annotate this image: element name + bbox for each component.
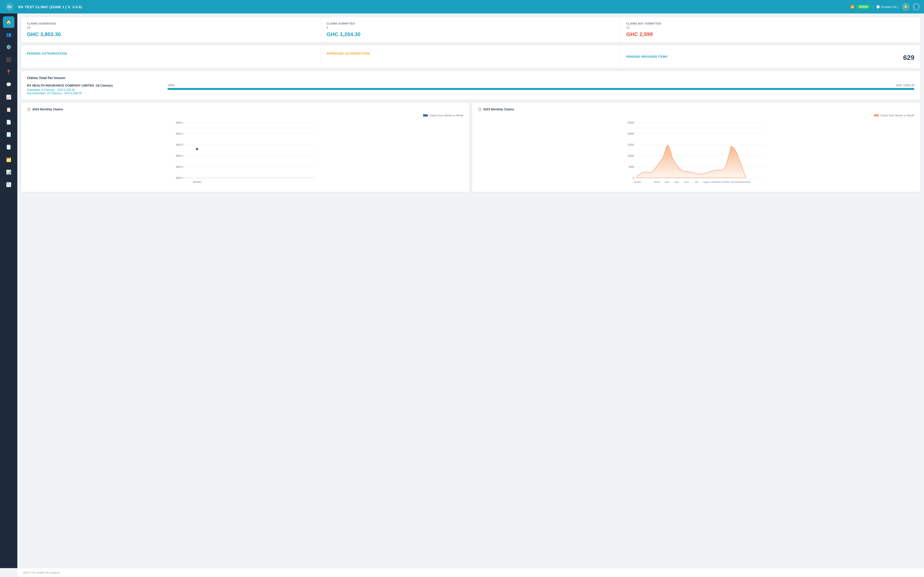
topnav-action-icons: 🔔 👤 <box>902 3 920 11</box>
svg-text:January: January <box>193 181 201 183</box>
svg-text:October: October <box>722 181 730 183</box>
chart-2024-icon: 📋 <box>27 108 31 111</box>
claims-submitted-count: 6 <box>326 26 614 29</box>
svg-text:20000: 20000 <box>627 132 634 135</box>
online-badge: Online <box>857 5 870 9</box>
sidebar-item-grid[interactable]: ⬛ <box>3 54 15 65</box>
insurer-bar-value: GHC 3,803.30 <box>896 84 914 87</box>
insurer-bar-area: 100% GHC 3,803.30 <box>168 84 914 90</box>
auth-cards-row: PENDING AUTHORIZATION APPROVED AUTHORIZA… <box>21 45 920 68</box>
insurer-submitted-text: Submitted: 6 Claim(s) - GHC1,204.30 <box>27 88 162 92</box>
insurer-bar-track <box>168 88 914 90</box>
chart-2023-area <box>637 145 746 178</box>
claims-submitted-card: CLAIMS SUBMITTED 6 GHC 1,204.30 <box>321 17 620 42</box>
insurer-name: RX HEALTH INSURANCE COMPANY LIMITED -16 … <box>27 84 162 87</box>
svg-text:August: August <box>703 181 710 183</box>
claims-not-submitted-card: CLAIMS NOT SUBMITTED 10 GHC 2,599 <box>620 17 920 42</box>
user-profile-button[interactable]: 👤 <box>913 3 920 11</box>
insurer-info: RX HEALTH INSURANCE COMPANY LIMITED -16 … <box>27 84 162 95</box>
footer-text: 2024 © Rx Health Info Systems <box>23 571 60 574</box>
chart-2023-svg: 25000 20000 15000 10000 5000 0 <box>478 119 914 186</box>
pending-provider-label: PENDING PROVIDER ITEMS <box>626 55 668 58</box>
insurer-not-submitted-text: Not Submitted: 10 Claim(s) - GHC2,599.00 <box>27 92 162 95</box>
pending-auth-card[interactable]: PENDING AUTHORIZATION <box>21 45 321 68</box>
chart-2024-svg-container: 3804.5 3804.0 3803.5 3803.0 3802.5 3802.… <box>27 119 464 187</box>
svg-text:September: September <box>711 181 721 183</box>
sidebar-item-vitals[interactable]: 📈 <box>3 91 15 103</box>
claims-not-submitted-count: 10 <box>626 26 914 29</box>
sidebar-item-location[interactable]: 📍 <box>3 66 15 78</box>
chart-2023-legend: Claims Sum Month on Month <box>478 114 914 117</box>
online-label: Online <box>859 5 868 8</box>
pending-provider-value: 629 <box>903 54 914 61</box>
chart-2023-icon: 📋 <box>478 108 482 111</box>
contact-icon: 🕐 <box>876 5 880 9</box>
approved-auth-card[interactable]: APPROVED AUTHORIZATION <box>321 45 620 68</box>
status-area: 📶 Online | 🕐 Contact Us | <box>850 5 898 9</box>
sidebar-item-chart1[interactable]: 📊 <box>3 166 15 178</box>
chart-2023-title: 📋 2023 Monthly Claims <box>478 108 914 111</box>
insurer-row: RX HEALTH INSURANCE COMPANY LIMITED -16 … <box>27 84 914 95</box>
chart-2024-svg: 3804.5 3804.0 3803.5 3803.0 3802.5 3802.… <box>27 119 464 186</box>
stats-cards-row: CLAIMS GENERATED 16 GHC 3,803.30 CLAIMS … <box>21 17 920 42</box>
sidebar-item-doc5[interactable]: 🗂️ <box>3 154 15 165</box>
main-content: CLAIMS GENERATED 16 GHC 3,803.30 CLAIMS … <box>17 13 924 568</box>
claims-generated-value: GHC 3,803.30 <box>27 31 315 37</box>
chart-2023-card: 📋 2023 Monthly Claims Claims Sum Month o… <box>472 103 920 192</box>
svg-text:3804.5: 3804.5 <box>176 121 183 124</box>
svg-text:December: December <box>741 181 751 183</box>
sidebar-item-doc4[interactable]: 📑 <box>3 141 15 153</box>
svg-text:March: March <box>654 181 660 183</box>
sidebar-item-chart2[interactable]: 📉 <box>3 179 15 190</box>
contact-label: Contact Us | <box>881 5 898 9</box>
footer: 2024 © Rx Health Info Systems <box>17 568 924 577</box>
svg-text:3803.0: 3803.0 <box>176 155 183 157</box>
sidebar-item-settings[interactable]: ⚙️ <box>3 41 15 53</box>
sidebar-item-patients[interactable]: 👥 <box>3 29 15 40</box>
insurer-bar-fill <box>168 88 914 90</box>
chart-2023-legend-swatch <box>874 114 879 117</box>
contact-button[interactable]: 🕐 Contact Us | <box>876 5 898 9</box>
svg-text:Rx: Rx <box>8 5 12 9</box>
svg-text:November: November <box>731 181 741 183</box>
claims-generated-label: CLAIMS GENERATED <box>27 22 315 25</box>
sidebar-item-doc1[interactable]: 📋 <box>3 104 15 115</box>
main-layout: 🏠 👥 ⚙️ ⬛ 📍 💬 📈 📋 📄 📃 📑 🗂️ 📊 📉 CLAIMS GEN… <box>0 13 924 568</box>
sidebar-item-doc2[interactable]: 📄 <box>3 116 15 128</box>
svg-text:10000: 10000 <box>627 155 634 157</box>
claims-generated-count: 16 <box>27 26 315 29</box>
svg-text:3803.5: 3803.5 <box>176 143 183 146</box>
chart-2023-svg-container: 25000 20000 15000 10000 5000 0 <box>478 119 914 187</box>
logo: Rx <box>4 1 15 13</box>
pending-provider-card[interactable]: PENDING PROVIDER ITEMS 629 <box>620 45 920 68</box>
svg-text:3804.0: 3804.0 <box>176 132 183 135</box>
svg-text:May: May <box>674 181 679 183</box>
svg-text:3802.0: 3802.0 <box>176 177 183 179</box>
insurer-bar-labels: 100% GHC 3,803.30 <box>168 84 914 87</box>
chart-2023-title-text: 2023 Monthly Claims <box>483 108 514 111</box>
separator: | <box>873 5 874 9</box>
insurer-section-title: Claims Total Per Insurer <box>27 76 914 80</box>
chart-2024-legend-label: Claims Sum Month on Month <box>429 114 464 117</box>
chart-2024-legend: Claims Sum Month on Month <box>27 114 464 117</box>
svg-text:5000: 5000 <box>629 166 634 168</box>
claims-submitted-value: GHC 1,204.30 <box>326 31 614 37</box>
svg-text:June: June <box>684 181 689 183</box>
chart-2024-legend-swatch <box>423 114 428 117</box>
sidebar-item-home[interactable]: 🏠 <box>3 16 15 28</box>
svg-text:July: July <box>695 181 698 183</box>
insurer-bar-percent: 100% <box>168 84 175 87</box>
approved-auth-label: APPROVED AUTHORIZATION <box>326 52 614 55</box>
sidebar: 🏠 👥 ⚙️ ⬛ 📍 💬 📈 📋 📄 📃 📑 🗂️ 📊 📉 <box>0 13 17 568</box>
sidebar-item-doc3[interactable]: 📃 <box>3 129 15 140</box>
chart-2024-card: 📋 2024 Monthly Claims Claims Sum Month o… <box>21 103 469 192</box>
claims-generated-card: CLAIMS GENERATED 16 GHC 3,803.30 <box>21 17 321 42</box>
svg-text:0: 0 <box>633 177 634 179</box>
svg-text:April: April <box>665 181 669 183</box>
notification-button[interactable]: 🔔 <box>902 3 909 11</box>
charts-row: 📋 2024 Monthly Claims Claims Sum Month o… <box>21 103 920 192</box>
sidebar-item-chat[interactable]: 💬 <box>3 79 15 90</box>
chart-2024-title: 📋 2024 Monthly Claims <box>27 108 464 111</box>
svg-text:25000: 25000 <box>627 121 634 124</box>
top-navigation: Rx RX TEST CLINIC (ZONE 1 | V. 3.0.6) 📶 … <box>0 0 924 13</box>
